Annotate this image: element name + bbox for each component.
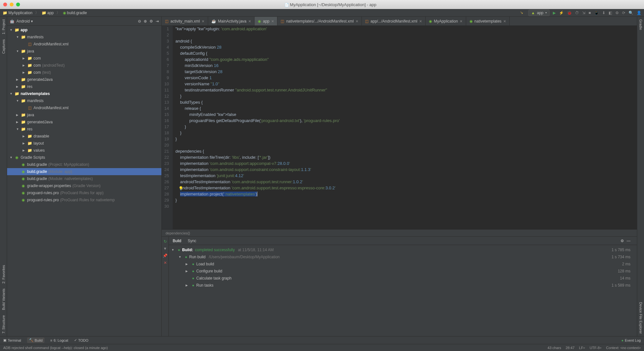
window-close-icon[interactable]: [3, 3, 7, 6]
editor[interactable]: 1234567891011121314151617181920212223242…: [162, 26, 637, 229]
tree-node[interactable]: ▼◉Gradle Scripts: [7, 154, 161, 161]
run-icon[interactable]: ▶: [553, 11, 556, 15]
project-tool-tab[interactable]: 1: Project: [1, 17, 6, 37]
editor-tab[interactable]: ◉MyApplication×: [426, 17, 466, 25]
editor-tab[interactable]: ◫activity_main.xml×: [162, 17, 208, 25]
sdk-manager-icon[interactable]: ⬇: [602, 11, 605, 15]
terminal-tool-tab[interactable]: ▣Terminal: [3, 338, 21, 342]
build-output-tree[interactable]: ▼●Build: completed successfully at 11/5/…: [169, 245, 637, 336]
build-tree-row[interactable]: ▶●Load build2 ms: [171, 261, 634, 268]
tree-node[interactable]: ▼📁manifests: [7, 97, 161, 104]
build-tree-row[interactable]: ▶●Run tasks1 s 589 ms: [171, 282, 634, 289]
gear-icon[interactable]: ⚙: [620, 239, 624, 243]
tree-node[interactable]: ▼📁java: [7, 48, 161, 55]
code-content[interactable]: "kw">apply "kw">plugin: 'com.android.app…: [173, 26, 340, 229]
breadcrumb-item[interactable]: 📁app: [42, 11, 54, 15]
tree-node[interactable]: ▼📁res: [7, 126, 161, 133]
filter-icon[interactable]: ▼: [163, 246, 167, 251]
editor-tab[interactable]: ◉app×: [255, 17, 277, 25]
captures-tool-tab[interactable]: Captures: [1, 37, 6, 56]
tree-node[interactable]: ◉proguard-rules.pro(ProGuard Rules for a…: [7, 189, 161, 196]
close-tab-icon[interactable]: ×: [202, 19, 204, 24]
sync-icon[interactable]: ↘: [520, 10, 525, 15]
tree-node[interactable]: ◫AndroidManifest.xml: [7, 104, 161, 111]
tree-node[interactable]: ▶📁com(test): [7, 69, 161, 76]
rerun-icon[interactable]: ↻: [164, 239, 167, 244]
tree-node[interactable]: ▶📁generatedJava: [7, 76, 161, 83]
tree-node[interactable]: ◉proguard-rules.pro(ProGuard Rules for n…: [7, 196, 161, 204]
status-line-sep[interactable]: LF÷: [579, 346, 585, 350]
build-tree-row[interactable]: ▼●Run build /Users/jweisbaum/Desktop/MyA…: [171, 253, 634, 261]
project-structure-icon[interactable]: ⚙: [615, 11, 619, 15]
build-variants-tool-tab[interactable]: Build Variants: [1, 286, 6, 313]
window-minimize-icon[interactable]: [10, 3, 14, 6]
editor-tab[interactable]: ☕MainActivity.java×: [208, 17, 255, 25]
tree-node[interactable]: ◉gradle-wrapper.properties(Gradle Versio…: [7, 182, 161, 189]
build-tool-tab[interactable]: 🔨Build: [27, 337, 44, 343]
tree-node[interactable]: ▶📁java: [7, 111, 161, 119]
logcat-tool-tab[interactable]: ≡6: Logcat: [50, 338, 68, 342]
device-explorer-tool-tab[interactable]: Device File Explorer: [638, 299, 643, 336]
project-tree[interactable]: ▼📁app▼📁manifests◫AndroidManifest.xml▼📁ja…: [7, 26, 161, 336]
tree-node[interactable]: ▶📁com(androidTest): [7, 62, 161, 69]
profile-icon[interactable]: 👤: [637, 11, 641, 15]
build-tree-row[interactable]: ▼●Build: completed successfully at 11/5/…: [171, 246, 634, 253]
status-encoding[interactable]: UTF-8÷: [590, 346, 601, 350]
attach-debugger-icon[interactable]: ⇲: [582, 11, 585, 15]
build-tree-row[interactable]: ●Calculate task graph14 ms: [171, 275, 634, 282]
window-maximize-icon[interactable]: [16, 3, 20, 6]
tree-node[interactable]: ▶📁drawable: [7, 133, 161, 140]
tree-node[interactable]: ▼📁app: [7, 26, 161, 33]
favorites-tool-tab[interactable]: 2: Favorites: [1, 262, 6, 286]
pin-icon[interactable]: 📌: [163, 253, 168, 258]
tree-node[interactable]: ▼📁manifests: [7, 33, 161, 41]
tree-node[interactable]: ▶📁generatedJava: [7, 119, 161, 126]
gear-icon[interactable]: ⚙: [149, 19, 153, 24]
close-tab-icon[interactable]: ×: [504, 19, 506, 24]
tree-node[interactable]: ▶📁res: [7, 83, 161, 90]
close-tab-icon[interactable]: ×: [460, 19, 462, 24]
editor-tab[interactable]: ◉nativetemplates×: [466, 17, 510, 25]
sync-tab[interactable]: Sync: [188, 239, 197, 243]
gradle-tool-tab[interactable]: Gradle: [638, 17, 643, 33]
breadcrumb-item[interactable]: 📁MyApplication: [3, 11, 33, 15]
apply-changes-icon[interactable]: ⚡: [559, 11, 564, 15]
intention-bulb-icon[interactable]: 💡: [178, 185, 183, 192]
close-icon[interactable]: ✕: [164, 261, 167, 265]
structure-tool-tab[interactable]: 7: Structure: [1, 313, 6, 336]
tree-node[interactable]: ▼📁nativetemplates: [7, 90, 161, 97]
tree-node[interactable]: ◉build.gradle(Project: MyApplication): [7, 161, 161, 168]
tree-node[interactable]: ▶📁layout: [7, 140, 161, 147]
profiler-icon[interactable]: ⏱: [575, 11, 579, 15]
debug-icon[interactable]: 🐞: [567, 11, 572, 15]
avd-manager-icon[interactable]: 📱: [594, 11, 599, 15]
sync-gradle-icon[interactable]: ⟳: [622, 11, 625, 15]
close-tab-icon[interactable]: ×: [419, 19, 422, 24]
search-icon[interactable]: 🔍: [629, 11, 633, 15]
event-log-tab[interactable]: ●Event Log: [621, 338, 641, 342]
close-tab-icon[interactable]: ×: [271, 19, 274, 24]
project-view-selector[interactable]: Android ▾: [16, 19, 33, 24]
tree-node[interactable]: ◉build.gradle(Module: app): [7, 168, 161, 175]
status-context[interactable]: Context: <no context>: [606, 346, 641, 350]
editor-tab[interactable]: ◫nativetemplates/.../AndroidManifest.xml…: [277, 17, 362, 25]
run-configuration-selector[interactable]: ▲app: [528, 10, 550, 16]
todo-tool-tab[interactable]: ✓TODO: [74, 338, 89, 342]
build-tree-row[interactable]: ▶●Configure build128 ms: [171, 268, 634, 275]
tree-node[interactable]: ◉build.gradle(Module: nativetemplates): [7, 175, 161, 182]
close-tab-icon[interactable]: ×: [248, 19, 251, 24]
hide-icon[interactable]: —: [627, 239, 630, 243]
hide-icon[interactable]: ⇥: [156, 19, 159, 24]
tree-node[interactable]: ◫AndroidManifest.xml: [7, 41, 161, 48]
select-opened-icon[interactable]: ⊕: [144, 19, 147, 24]
tree-node[interactable]: ▶📁com: [7, 55, 161, 62]
build-tab[interactable]: Build: [173, 239, 181, 243]
stop-icon[interactable]: ■: [589, 11, 591, 15]
status-caret[interactable]: 28:47: [566, 346, 575, 350]
editor-tab[interactable]: ◫app/.../AndroidManifest.xml×: [362, 17, 426, 25]
close-tab-icon[interactable]: ×: [356, 19, 358, 24]
tree-node[interactable]: ▶📁values: [7, 147, 161, 154]
collapse-all-icon[interactable]: ⊖: [138, 19, 141, 24]
layout-inspector-icon[interactable]: ◧: [609, 11, 612, 15]
breadcrumb-item[interactable]: ◉build.gradle: [63, 11, 87, 15]
